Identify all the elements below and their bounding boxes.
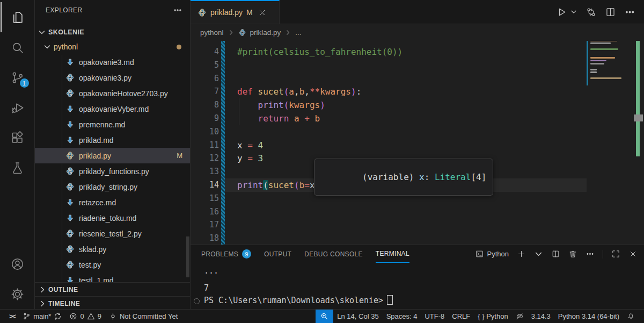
line-number: 14 xyxy=(191,178,219,192)
status-package-version[interactable]: 3.14.3 xyxy=(528,310,554,323)
file-label: priklad.md xyxy=(79,136,114,145)
file-label: testl_1.md xyxy=(79,276,114,283)
split-terminal-button[interactable] xyxy=(551,249,560,259)
breadcrumb: pythonl priklad.py ... xyxy=(191,24,644,41)
breadcrumb-symbol[interactable]: ... xyxy=(295,28,301,37)
status-notifications[interactable] xyxy=(623,310,639,323)
code-line-4[interactable]: 4#print(celsius_to_fahrenheit(0)) xyxy=(191,45,644,59)
tab-priklad-py[interactable]: priklad.py M xyxy=(191,0,280,24)
git-branch-icon xyxy=(23,312,31,320)
status-commit-status[interactable]: Not Committed Yet xyxy=(105,310,181,323)
file-retazce.md[interactable]: retazce.md xyxy=(35,195,190,210)
activity-settings[interactable] xyxy=(1,279,34,309)
code-line-7[interactable]: 7def sucet(a,b,**kwargs): xyxy=(191,85,644,98)
markdown-icon xyxy=(65,58,75,67)
file-priklad.md[interactable]: priklad.md xyxy=(35,132,190,148)
terminal-command-decoration-icon[interactable] xyxy=(194,298,200,304)
split-editor-button[interactable] xyxy=(605,6,616,18)
activity-run-debug[interactable] xyxy=(1,92,34,123)
file-label: opakovanie3.md xyxy=(79,58,134,67)
explorer-more-icon[interactable] xyxy=(173,5,182,15)
status-interpreter[interactable]: Python 3.14 (64-bit) xyxy=(554,310,623,323)
panel-tab-terminal[interactable]: TERMINAL xyxy=(376,245,409,263)
bell-icon xyxy=(627,312,635,320)
section-timeline[interactable]: TIMELINE xyxy=(35,296,190,310)
status-encoding[interactable]: UTF-8 xyxy=(421,310,448,323)
bottom-panel: PROBLEMS9OUTPUTDEBUG CONSOLETERMINAL Pyt… xyxy=(191,245,644,309)
folder-pythonl[interactable]: pythonl xyxy=(35,39,190,54)
file-sklad.py[interactable]: sklad.py xyxy=(35,241,190,257)
python-icon xyxy=(65,167,75,176)
sidebar-scrollbar[interactable] xyxy=(186,236,189,277)
code-editor[interactable]: (variable) x: Literal[4] 34#print(celsiu… xyxy=(191,41,644,245)
file-priklady_functions.py[interactable]: priklady_functions.py xyxy=(35,163,190,179)
file-opakovanieHotove2703.py[interactable]: opakovanieHotove2703.py xyxy=(35,85,190,101)
code-line-10[interactable]: 10 xyxy=(191,125,644,139)
code-line-8[interactable]: 8 print(kwargs) xyxy=(191,98,644,112)
status-branch[interactable]: main* xyxy=(19,310,65,323)
file-opakovanieVyber.md[interactable]: opakovanieVyber.md xyxy=(35,101,190,117)
workbench: 1 EXPLORER SKOLENIEpythonlopakovanie3.md… xyxy=(0,0,644,309)
file-riesenie_testl_2.py[interactable]: riesenie_testl_2.py xyxy=(35,226,190,241)
run-button[interactable] xyxy=(556,6,567,18)
panel-tab-problems[interactable]: PROBLEMS9 xyxy=(201,245,251,263)
tab-label: priklad.py xyxy=(210,8,243,17)
breadcrumb-folder[interactable]: pythonl xyxy=(200,28,224,37)
status-problems[interactable]: 09 xyxy=(65,310,105,323)
file-testl_1.md[interactable]: testl_1.md xyxy=(35,272,190,282)
code-line-6[interactable]: 6 xyxy=(191,72,644,85)
file-premenne.md[interactable]: premenne.md xyxy=(35,117,190,132)
terminal[interactable]: PS C:\Users\ruman\Downloads\skolenie> ..… xyxy=(191,263,644,309)
maximize-panel-button[interactable] xyxy=(611,249,620,259)
activity-extensions[interactable] xyxy=(1,123,34,153)
run-dropdown-button[interactable] xyxy=(570,8,577,16)
section-outline[interactable]: OUTLINE xyxy=(35,282,190,296)
panel-controls: Python xyxy=(475,249,638,259)
activity-search[interactable] xyxy=(1,32,34,62)
warning-icon xyxy=(87,312,95,320)
status-eol[interactable]: CRLF xyxy=(448,310,474,323)
file-opakovanie3.md[interactable]: opakovanie3.md xyxy=(35,54,190,70)
code-line-17[interactable]: 17 xyxy=(191,218,644,232)
code-line-11[interactable]: 11x = 4 xyxy=(191,139,644,152)
activity-source-control[interactable]: 1 xyxy=(1,62,34,92)
more-button[interactable] xyxy=(586,249,595,259)
file-priklady_string.py[interactable]: priklady_string.py xyxy=(35,179,190,195)
status-indentation[interactable]: Spaces: 4 xyxy=(383,310,421,323)
file-priklad.py[interactable]: priklad.pyM xyxy=(35,148,190,163)
remote-icon: >< xyxy=(9,312,15,320)
status-language-mode[interactable]: { } Python xyxy=(474,310,511,323)
status-remote[interactable]: >< xyxy=(5,310,19,323)
file-opakovanie3.py[interactable]: opakovanie3.py xyxy=(35,70,190,85)
activity-testing[interactable] xyxy=(1,153,34,183)
status-cursor-position[interactable]: Ln 14, Col 35 xyxy=(333,310,382,323)
code-line-16[interactable]: 16 xyxy=(191,205,644,219)
activity-account[interactable] xyxy=(1,249,34,279)
panel-tab-output[interactable]: OUTPUT xyxy=(264,245,291,263)
more-actions-button[interactable] xyxy=(624,6,635,18)
code-line-18[interactable]: 18 xyxy=(191,232,644,245)
status-copilot[interactable] xyxy=(512,310,528,323)
file-test.py[interactable]: test.py xyxy=(35,257,190,272)
activity-explorer[interactable] xyxy=(1,2,34,32)
markdown-icon xyxy=(65,276,75,282)
close-panel-button[interactable] xyxy=(628,249,638,259)
code-line-5[interactable]: 5 xyxy=(191,59,644,72)
terminal-select-button[interactable]: Python xyxy=(475,249,509,259)
code-line-3[interactable]: 3 xyxy=(191,41,644,45)
panel-tab-debug-console[interactable]: DEBUG CONSOLE xyxy=(304,245,363,263)
terminal-prompt: PS C:\Users\ruman\Downloads\skolenie> xyxy=(204,296,383,305)
file-label: opakovanieVyber.md xyxy=(79,105,149,113)
status-zoom-indicator[interactable] xyxy=(316,310,333,323)
editor-group: priklad.py M pythonl priklad.py ... (var… xyxy=(191,0,644,309)
terminal-dropdown-button[interactable] xyxy=(534,249,543,259)
close-icon[interactable] xyxy=(258,8,267,17)
open-changes-button[interactable] xyxy=(586,6,597,18)
breadcrumb-file[interactable]: priklad.py xyxy=(250,28,281,37)
file-riadenie_toku.md[interactable]: riadenie_toku.md xyxy=(35,210,190,226)
panel-header: PROBLEMS9OUTPUTDEBUG CONSOLETERMINAL Pyt… xyxy=(191,245,644,263)
new-terminal-button[interactable] xyxy=(517,249,526,259)
code-line-9[interactable]: 9 return a + b xyxy=(191,112,644,125)
kill-terminal-button[interactable] xyxy=(568,249,577,259)
workspace-root[interactable]: SKOLENIE xyxy=(35,25,190,39)
